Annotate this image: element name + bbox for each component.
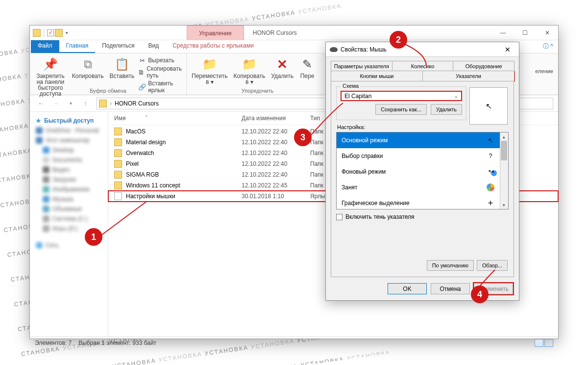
scroll-down-icon[interactable]: ▾ [500, 201, 508, 209]
sidebar-item[interactable]: Изображения [33, 184, 105, 194]
file-icon [114, 149, 122, 157]
file-icon [114, 171, 122, 179]
status-count: Элементов: 7 [35, 339, 72, 346]
delete-scheme-button[interactable]: Удалить [431, 104, 462, 115]
up-button[interactable]: ↑ [79, 97, 92, 110]
file-icon [114, 128, 122, 135]
dialog-titlebar: Свойства: Мышь ✕ [326, 42, 519, 57]
callout-4: 4 [471, 286, 489, 303]
tab-file[interactable]: Файл [31, 40, 59, 53]
cursor-preview: ↖ [469, 87, 508, 125]
scrollbar[interactable]: ▴ ▾ [500, 132, 508, 209]
status-selection: Выбран 1 элемент: 933 байт [78, 339, 156, 346]
browse-button[interactable]: Обзор... [477, 260, 508, 271]
sidebar-item[interactable]: Загрузки [33, 175, 105, 184]
callout-2: 2 [390, 31, 407, 49]
back-button[interactable]: ← [35, 97, 48, 110]
tab-pointers[interactable]: Указатели [422, 71, 514, 81]
maximize-button[interactable]: ☐ [514, 26, 536, 40]
list-item[interactable]: Занят [337, 180, 500, 195]
folder-icon [33, 29, 41, 37]
tab-share[interactable]: Поделиться [95, 40, 141, 53]
recent-dropdown[interactable]: ▾ [64, 97, 77, 110]
sidebar-item[interactable]: Desktop [33, 145, 105, 155]
shadow-label: Включить тень указателя [345, 213, 415, 220]
sidebar-item[interactable]: Этот компьютер [33, 135, 105, 145]
ribbon-collapse-icon[interactable]: ⓘ ^ [538, 40, 558, 53]
ok-button[interactable]: OK [388, 283, 427, 294]
forward-button[interactable]: → [49, 97, 62, 110]
sidebar-item[interactable]: OneDrive - Personal [33, 126, 105, 135]
header-name[interactable]: Имя [114, 115, 125, 122]
file-icon [114, 160, 122, 168]
defaults-button[interactable]: По умолчанию [427, 260, 474, 271]
checkbox-icon[interactable] [336, 214, 343, 220]
scheme-select[interactable]: El Capitan⌄ [341, 91, 462, 101]
sidebar-quick-access[interactable]: ★Быстрый доступ [33, 116, 105, 126]
sidebar-item[interactable]: Видео [33, 165, 105, 175]
dialog-close-button[interactable]: ✕ [500, 46, 515, 53]
tab-shortcut-tools[interactable]: Средства работы с ярлыками [166, 40, 260, 53]
copy-to-button[interactable]: 📁Копировать в ▾ [232, 55, 268, 93]
folder-icon[interactable] [55, 29, 63, 37]
cursor-preview-icon [486, 183, 495, 192]
cut-button[interactable]: ✂Вырезать [138, 56, 183, 64]
window-title: HONOR Cursors [253, 26, 297, 40]
copy-path-button[interactable]: 🗎Скопировать путь [138, 65, 183, 79]
breadcrumb-sep: › [110, 100, 112, 107]
mouse-properties-dialog: Свойства: Мышь ✕ Параметры указателя Кол… [325, 42, 519, 301]
view-details-icon[interactable] [535, 339, 543, 347]
chevron-down-icon: ⌄ [454, 94, 458, 99]
file-icon [114, 182, 122, 189]
folder-icon [99, 100, 107, 107]
ribbon-group-label: Буфер обмена [30, 88, 186, 94]
scheme-group: Схема El Capitan⌄ Сохранить как... Удали… [336, 86, 466, 120]
qa-dropdown-icon[interactable]: ▾ [64, 30, 70, 35]
scroll-thumb[interactable] [501, 141, 507, 160]
scroll-up-icon[interactable]: ▴ [500, 132, 508, 141]
cursor-preview-icon: ? [486, 152, 495, 160]
sidebar-item[interactable]: Система (C:) [33, 214, 105, 224]
list-item[interactable]: Основной режим↖ [337, 132, 500, 148]
ribbon-group-label: Упорядочить [187, 88, 328, 94]
tab-buttons[interactable]: Кнопки мыши [331, 71, 423, 81]
tab-home[interactable]: Главная [59, 40, 96, 53]
save-as-button[interactable]: Сохранить как... [375, 104, 427, 115]
sidebar-item[interactable]: Documents [33, 155, 105, 165]
sidebar-item[interactable]: Музыка [33, 194, 105, 204]
rename-button[interactable]: ✎Пере [297, 55, 317, 93]
delete-button[interactable]: ✕Удалить [269, 55, 295, 93]
shadow-checkbox-row[interactable]: Включить тень указателя [336, 213, 509, 220]
manage-context-tab[interactable]: Управление [187, 26, 244, 40]
tab-hardware[interactable]: Оборудование [453, 61, 514, 71]
callout-3: 3 [294, 129, 312, 146]
cancel-button[interactable]: Отмена [431, 283, 470, 294]
file-icon [114, 138, 122, 146]
breadcrumb[interactable]: HONOR Cursors [115, 100, 159, 107]
cursor-list[interactable]: ▴ ▾ Основной режим↖Выбор справки?Фоновый… [336, 132, 509, 209]
list-item[interactable]: Фоновый режим↖ [337, 164, 500, 180]
sidebar: ★Быстрый доступ OneDrive - Personal Этот… [30, 112, 108, 337]
view-icons-icon[interactable] [544, 339, 553, 347]
tab-pointer-params[interactable]: Параметры указателя [331, 61, 392, 71]
close-button[interactable]: ✕ [536, 26, 558, 40]
qa-checkbox-icon[interactable]: ✓ [47, 29, 54, 36]
mouse-icon [330, 47, 338, 52]
cursor-preview-icon: ↖ [486, 167, 495, 176]
titlebar: ✓ ▾ Управление HONOR Cursors — ☐ ✕ [30, 26, 558, 40]
dialog-title: Свойства: Мышь [341, 46, 387, 53]
cursor-preview-icon: ↖ [486, 136, 495, 145]
tab-body: Схема El Capitan⌄ Сохранить как... Удали… [331, 81, 514, 277]
tab-wheel[interactable]: Колесико [392, 61, 454, 71]
dialog-footer: OK Отмена Применить [326, 277, 519, 300]
header-date[interactable]: Дата изменения [242, 115, 310, 122]
move-to-button[interactable]: 📁Переместить в ▾ [190, 55, 230, 93]
callout-1: 1 [85, 228, 102, 246]
ribbon-fragment: еление [535, 68, 553, 74]
list-item[interactable]: Графическое выделение+ [337, 195, 500, 209]
minimize-button[interactable]: — [492, 26, 514, 40]
list-item[interactable]: Выбор справки? [337, 148, 500, 164]
sidebar-item[interactable]: Объемные [33, 204, 105, 214]
cursor-preview-icon: + [486, 199, 495, 208]
tab-view[interactable]: Вид [141, 40, 166, 53]
